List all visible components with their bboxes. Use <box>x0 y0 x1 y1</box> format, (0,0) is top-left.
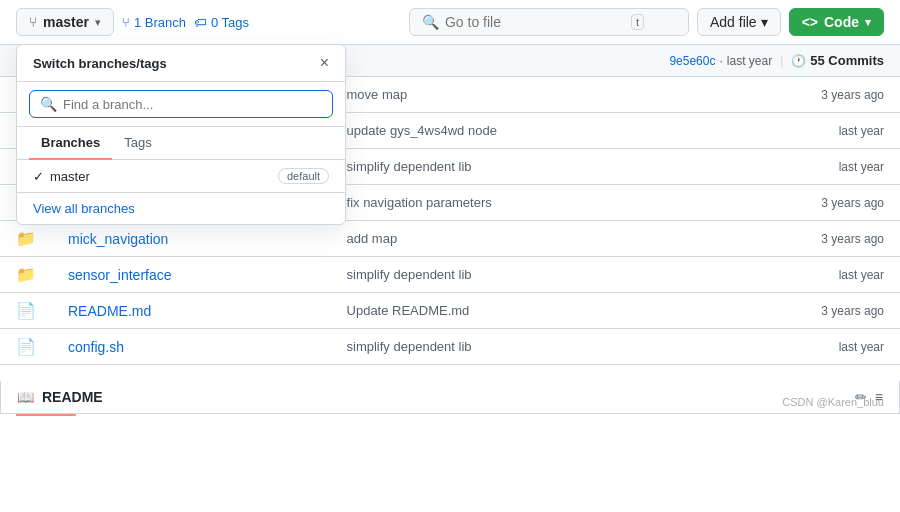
tags-link[interactable]: 🏷 0 Tags <box>194 15 249 30</box>
branches-link[interactable]: ⑂ 1 Branch <box>122 15 186 30</box>
top-bar: ⑂ master ▾ ⑂ 1 Branch 🏷 0 Tags 🔍 t Add f… <box>0 0 900 45</box>
goto-file-search[interactable]: 🔍 t <box>409 8 689 36</box>
file-icon: 📄 <box>16 338 36 355</box>
readme-title: 📖 README <box>17 389 103 405</box>
table-row: 📄 README.md Update README.md 3 years ago <box>0 293 900 329</box>
commit-time: 3 years ago <box>821 304 884 318</box>
branch-dropdown: Switch branches/tags × 🔍 Branches Tags ✓… <box>16 44 346 225</box>
book-icon: 📖 <box>17 389 34 405</box>
clock-icon: 🕐 <box>791 54 806 68</box>
commit-time: last year <box>839 340 884 354</box>
close-button[interactable]: × <box>320 55 329 71</box>
commit-hash[interactable]: 9e5e60c <box>669 54 715 68</box>
meta-buttons: ⑂ 1 Branch 🏷 0 Tags <box>122 15 249 30</box>
branch-search-input[interactable] <box>63 97 322 112</box>
table-row: 📄 config.sh simplify dependent lib last … <box>0 329 900 365</box>
readme-bar: 📖 README ✏ ≡ <box>0 381 900 414</box>
commit-message: Update README.md <box>347 303 470 318</box>
search-icon: 🔍 <box>40 96 57 112</box>
code-icon: <> <box>802 14 818 30</box>
code-button[interactable]: <> Code ▾ <box>789 8 884 36</box>
commit-time: 3 years ago <box>821 88 884 102</box>
commit-message: update gys_4ws4wd node <box>347 123 497 138</box>
tag-icon: 🏷 <box>194 15 207 30</box>
search-shortcut: t <box>631 14 644 30</box>
branch-name: master <box>43 14 89 30</box>
commit-time: last year <box>727 54 772 68</box>
commit-time: 3 years ago <box>821 232 884 246</box>
add-file-button[interactable]: Add file ▾ <box>697 8 781 36</box>
view-all-branches[interactable]: View all branches <box>17 192 345 224</box>
commit-message: simplify dependent lib <box>347 267 472 282</box>
readme-underline <box>16 414 76 416</box>
chevron-down-icon: ▾ <box>865 16 871 29</box>
file-name[interactable]: mick_navigation <box>68 231 168 247</box>
commit-message: simplify dependent lib <box>347 159 472 174</box>
commit-message: move map <box>347 87 408 102</box>
tab-tags[interactable]: Tags <box>112 127 163 160</box>
commit-time: last year <box>839 124 884 138</box>
table-row: 📁 mick_navigation add map 3 years ago <box>0 221 900 257</box>
search-icon: 🔍 <box>422 14 439 30</box>
folder-icon: 📁 <box>16 266 36 283</box>
commit-time: last year <box>839 268 884 282</box>
file-name[interactable]: README.md <box>68 303 151 319</box>
dropdown-search-area: 🔍 <box>17 82 345 127</box>
dropdown-tabs: Branches Tags <box>17 127 345 160</box>
goto-file-input[interactable] <box>445 14 625 30</box>
commit-time: 3 years ago <box>821 196 884 210</box>
folder-icon: 📁 <box>16 230 36 247</box>
branch-mini-icon: ⑂ <box>122 15 130 30</box>
watermark: CSDN @Karen_bluu <box>782 396 884 408</box>
branch-search-field[interactable]: 🔍 <box>29 90 333 118</box>
chevron-down-icon: ▾ <box>95 16 101 29</box>
table-row: 📁 sensor_interface simplify dependent li… <box>0 257 900 293</box>
branch-icon: ⑂ <box>29 14 37 30</box>
file-icon: 📄 <box>16 302 36 319</box>
commits-count-link[interactable]: 🕐 55 Commits <box>791 53 884 68</box>
chevron-down-icon: ▾ <box>761 14 768 30</box>
commit-message: simplify dependent lib <box>347 339 472 354</box>
checkmark-icon: ✓ <box>33 169 44 184</box>
commit-message: add map <box>347 231 398 246</box>
commit-message: fix navigation parameters <box>347 195 492 210</box>
branch-item-master[interactable]: ✓ master default <box>17 160 345 192</box>
commit-time: last year <box>839 160 884 174</box>
tab-branches[interactable]: Branches <box>29 127 112 160</box>
file-name[interactable]: sensor_interface <box>68 267 172 283</box>
branch-selector[interactable]: ⑂ master ▾ <box>16 8 114 36</box>
dropdown-header: Switch branches/tags × <box>17 45 345 82</box>
file-name[interactable]: config.sh <box>68 339 124 355</box>
